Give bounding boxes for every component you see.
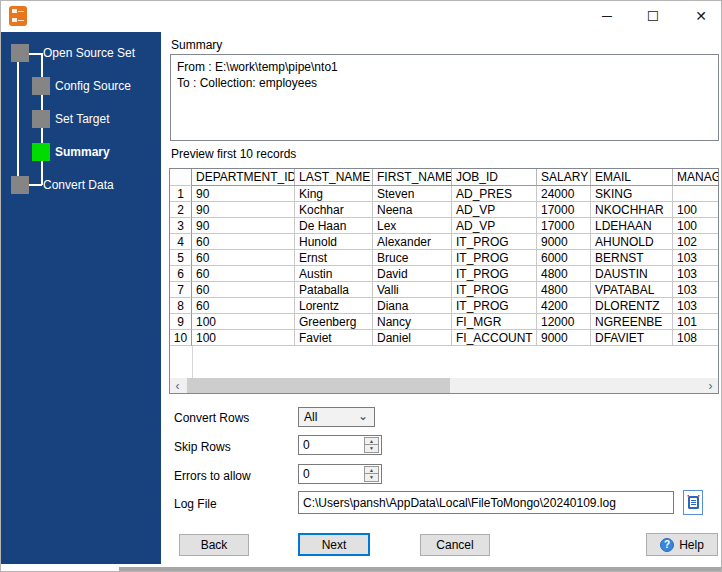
table-cell: AD_VP [452,202,537,218]
table-cell: 6000 [537,250,591,266]
table-cell: King [295,186,373,202]
table-cell: LDEHAAN [591,218,673,234]
log-file-browse-button[interactable] [683,490,703,515]
table-row[interactable]: 290KochharNeenaAD_VP17000NKOCHHAR100 [170,202,719,218]
column-header[interactable]: LAST_NAME [295,169,373,186]
scroll-right-icon[interactable]: › [703,378,718,393]
next-button[interactable]: Next [298,533,370,556]
spin-up-icon[interactable]: ▲ [364,466,379,474]
row-number: 1 [170,186,192,202]
table-cell: AD_PRES [452,186,537,202]
table-cell: 102 [673,234,719,250]
back-button[interactable]: Back [179,534,249,556]
horizontal-scrollbar[interactable]: ‹ › [170,378,718,393]
table-cell: FI_ACCOUNT [452,330,537,346]
table-cell: 60 [192,282,295,298]
scrollbar-thumb[interactable] [187,378,450,393]
column-header[interactable]: SALARY [537,169,591,186]
table-cell: DFAVIET [591,330,673,346]
table-cell: IT_PROG [452,250,537,266]
window-bottom-edge [119,567,722,571]
table-cell: 4800 [537,266,591,282]
chevron-down-icon: ⌄ [358,409,368,423]
spin-up-icon[interactable]: ▲ [364,437,379,445]
sidebar-step-convert-data: Convert Data [11,176,114,194]
table-cell: DLORENTZ [591,298,673,314]
step-label: Set Target [55,112,109,126]
table-cell: 90 [192,202,295,218]
sidebar-step-summary: Summary [32,143,110,161]
errors-to-allow-stepper[interactable]: 0 ▲ ▼ [298,464,382,484]
table-cell: 90 [192,186,295,202]
step-connector-line [17,62,19,176]
table-cell: SKING [591,186,673,202]
table-cell: 60 [192,266,295,282]
table-cell: Daniel [373,330,452,346]
table-cell: Hunold [295,234,373,250]
table-row[interactable]: 10100FavietDanielFI_ACCOUNT9000DFAVIET10… [170,330,719,346]
table-cell: Pataballa [295,282,373,298]
spin-down-icon[interactable]: ▼ [364,474,379,482]
table-row[interactable]: 390De HaanLexAD_VP17000LDEHAAN100 [170,218,719,234]
sidebar-step-set-target: Set Target [32,110,109,128]
table-cell: 60 [192,250,295,266]
table-cell: Lex [373,218,452,234]
skip-rows-stepper[interactable]: 0 ▲ ▼ [298,435,382,455]
table-cell [673,186,719,202]
log-file-input[interactable] [298,491,674,514]
maximize-button-icon[interactable]: ☐ [631,1,675,31]
table-row[interactable]: 660AustinDavidIT_PROG4800DAUSTIN103 [170,266,719,282]
table-row[interactable]: 460HunoldAlexanderIT_PROG9000AHUNOLD102 [170,234,719,250]
row-number: 3 [170,218,192,234]
table-cell: 100 [192,330,295,346]
table-cell: David [373,266,452,282]
corner-header-cell[interactable] [170,169,192,186]
scrollbar-track[interactable] [185,378,703,393]
step-label: Open Source Set [43,46,135,60]
table-cell: 101 [673,314,719,330]
step-marker-square [11,176,29,194]
table-cell: 100 [673,218,719,234]
step-label: Summary [55,145,110,159]
column-header[interactable]: DEPARTMENT_ID [192,169,295,186]
skip-rows-label: Skip Rows [174,440,231,454]
table-cell: AHUNOLD [591,234,673,250]
table-cell: 103 [673,298,719,314]
log-document-icon [687,495,700,510]
cancel-button[interactable]: Cancel [420,534,490,556]
wizard-window: ─ ☐ ✕ Open Source Set Config Source Set … [0,0,722,572]
table-row[interactable]: 9100GreenbergNancyFI_MGR12000NGREENBE101 [170,314,719,330]
step-marker-square [32,110,50,128]
spin-down-icon[interactable]: ▼ [364,445,379,453]
table-cell: Neena [373,202,452,218]
convert-rows-value: All [304,410,317,424]
table-cell: 9000 [537,330,591,346]
column-header[interactable]: JOB_ID [452,169,537,186]
table-cell: 17000 [537,202,591,218]
column-header[interactable]: EMAIL [591,169,673,186]
column-header[interactable]: FIRST_NAME [373,169,452,186]
column-header[interactable]: MANAGER_ID [673,169,719,186]
table-cell: Valli [373,282,452,298]
help-button[interactable]: ? Help [646,533,718,556]
table-row[interactable]: 760PataballaValliIT_PROG4800VPATABAL103 [170,282,719,298]
convert-rows-select[interactable]: All ⌄ [298,407,375,427]
row-number: 10 [170,330,192,346]
help-icon: ? [660,538,674,552]
table-cell: 60 [192,298,295,314]
skip-rows-value: 0 [303,438,310,452]
table-cell: 12000 [537,314,591,330]
sidebar-step-config-source: Config Source [32,77,131,95]
close-button-icon[interactable]: ✕ [679,1,722,31]
table-cell: Austin [295,266,373,282]
summary-to-line: To : Collection: employees [177,75,712,91]
scroll-left-icon[interactable]: ‹ [170,378,185,393]
table-row[interactable]: 560ErnstBruceIT_PROG6000BERNST103 [170,250,719,266]
table-row[interactable]: 190KingStevenAD_PRES24000SKING [170,186,719,202]
table-cell: Bruce [373,250,452,266]
table-cell: 4800 [537,282,591,298]
table-row[interactable]: 860LorentzDianaIT_PROG4200DLORENTZ103 [170,298,719,314]
minimize-button-icon[interactable]: ─ [585,1,629,31]
summary-section-label: Summary [171,38,222,52]
table-cell: 100 [192,314,295,330]
